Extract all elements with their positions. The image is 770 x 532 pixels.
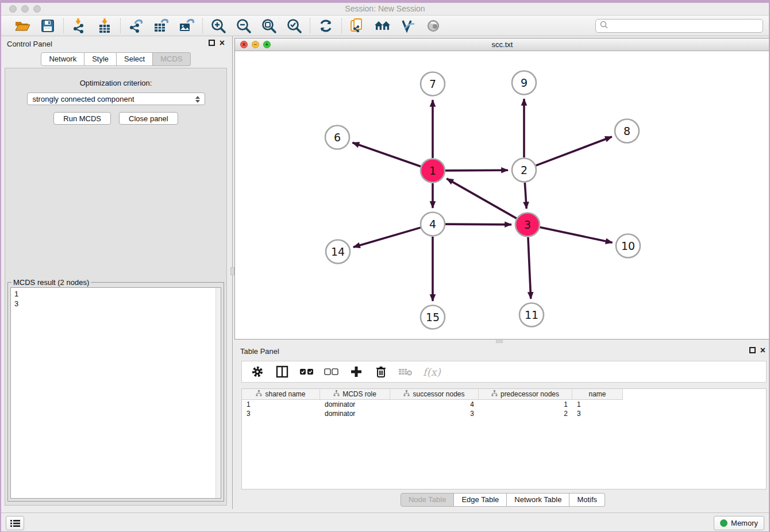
graph-edge-2-3[interactable]: [525, 183, 526, 209]
graph-node-8[interactable]: 8: [615, 119, 639, 143]
node-table[interactable]: shared nameMCDS rolesuccessor nodesprede…: [241, 388, 767, 489]
refresh-view-icon[interactable]: [317, 17, 335, 34]
table-row[interactable]: 1dominator411: [242, 400, 766, 409]
table-row[interactable]: 3dominator323: [242, 409, 766, 418]
float-panel-icon[interactable]: [749, 347, 756, 353]
graph-edge-3-10[interactable]: [540, 228, 613, 243]
network-window-titlebar[interactable]: × − + scc.txt: [235, 38, 769, 51]
save-session-icon[interactable]: [38, 17, 57, 34]
close-panel-icon[interactable]: ×: [220, 40, 225, 46]
table-cell[interactable]: 3: [572, 409, 623, 418]
svg-text:9: 9: [521, 76, 528, 89]
graph-node-14[interactable]: 14: [326, 240, 350, 264]
tab-network[interactable]: Network: [41, 52, 84, 66]
graph-node-6[interactable]: 6: [325, 126, 349, 149]
open-session-icon[interactable]: [13, 17, 32, 34]
mcds-result-group: MCDS result (2 nodes) 1 3: [7, 282, 224, 502]
memory-status-icon: [720, 519, 727, 527]
import-network-icon[interactable]: [70, 17, 88, 34]
graph-node-1[interactable]: 1: [421, 159, 445, 183]
clone-network-icon[interactable]: [348, 17, 367, 34]
tab-edge-table[interactable]: Edge Table: [454, 493, 507, 507]
home-layout-icon[interactable]: [374, 17, 392, 34]
graph-edge-1-6[interactable]: [352, 142, 421, 167]
table-cell[interactable]: 4: [390, 400, 479, 409]
horizontal-splitter[interactable]: [234, 340, 770, 344]
task-history-button[interactable]: [6, 516, 24, 530]
graph-node-11[interactable]: 11: [519, 303, 544, 327]
graph-node-2[interactable]: 2: [512, 159, 536, 182]
graph-node-4[interactable]: 4: [421, 213, 445, 236]
export-image-icon[interactable]: [178, 17, 196, 34]
table-cell[interactable]: 1: [242, 400, 320, 409]
graph-node-3[interactable]: 3: [515, 213, 540, 237]
deselect-all-icon[interactable]: [324, 364, 339, 380]
run-mcds-button[interactable]: Run MCDS: [53, 112, 111, 125]
svg-text:15: 15: [426, 311, 440, 323]
delete-table-icon[interactable]: [398, 364, 413, 380]
splitter-handle[interactable]: [230, 267, 234, 275]
import-table-icon[interactable]: [95, 17, 114, 34]
vertical-splitter[interactable]: [230, 36, 234, 509]
column-header[interactable]: predecessor nodes: [479, 389, 572, 400]
tab-network-table[interactable]: Network Table: [507, 493, 569, 507]
tab-style[interactable]: Style: [84, 52, 117, 66]
mcds-result-area[interactable]: 1 3: [10, 287, 221, 499]
svg-text:11: 11: [525, 309, 538, 321]
zoom-fit-icon[interactable]: [260, 17, 278, 34]
split-view-icon[interactable]: [275, 364, 290, 380]
mcds-panel-body: Optimization criterion: strongly connect…: [5, 68, 227, 506]
delete-row-icon[interactable]: [374, 364, 388, 380]
graph-edge-3-1[interactable]: [446, 179, 517, 218]
graph-node-7[interactable]: 7: [421, 72, 445, 96]
memory-button[interactable]: Memory: [714, 516, 764, 530]
table-cell[interactable]: dominator: [320, 409, 390, 418]
show-hide-icon[interactable]: [424, 17, 442, 34]
tab-motifs[interactable]: Motifs: [569, 493, 605, 507]
search-input[interactable]: [609, 21, 763, 31]
close-panel-icon[interactable]: ×: [760, 347, 765, 353]
graph-edge-1-2[interactable]: [445, 170, 508, 171]
close-panel-button[interactable]: Close panel: [119, 112, 178, 125]
table-cell[interactable]: dominator: [320, 400, 390, 409]
criterion-select-value: strongly connected component: [33, 95, 134, 103]
graph-node-9[interactable]: 9: [512, 71, 536, 95]
add-row-icon[interactable]: [349, 364, 364, 380]
tab-mcds[interactable]: MCDS: [153, 52, 190, 66]
table-cell[interactable]: 1: [572, 400, 623, 409]
splitter-handle[interactable]: [496, 340, 503, 343]
settings-icon[interactable]: [250, 364, 265, 380]
network-canvas[interactable]: 7968124314101511: [235, 51, 769, 339]
criterion-select[interactable]: strongly connected component: [27, 92, 205, 105]
graph-edge-4-3[interactable]: [445, 224, 511, 225]
select-all-icon[interactable]: [299, 364, 314, 380]
column-header[interactable]: name: [572, 389, 623, 400]
tab-select[interactable]: Select: [117, 52, 153, 66]
result-scrollbar[interactable]: [215, 288, 221, 498]
search-box[interactable]: [595, 19, 763, 33]
table-cell[interactable]: 3: [390, 409, 479, 418]
search-icon: [599, 20, 609, 32]
graph-edge-3-11[interactable]: [528, 237, 531, 299]
tab-node-table[interactable]: Node Table: [401, 493, 455, 507]
float-panel-icon[interactable]: [209, 40, 215, 46]
table-cell[interactable]: 3: [242, 409, 320, 418]
export-network-icon[interactable]: [127, 17, 145, 34]
column-header[interactable]: shared name: [242, 389, 320, 400]
zoom-out-icon[interactable]: [234, 17, 253, 34]
zoom-in-icon[interactable]: [209, 17, 228, 34]
graph-edge-2-8[interactable]: [536, 137, 612, 165]
zoom-selected-icon[interactable]: [285, 17, 303, 34]
column-header[interactable]: successor nodes: [390, 389, 479, 400]
function-builder-icon[interactable]: f(x): [423, 366, 441, 378]
graph-edge-4-14[interactable]: [353, 228, 421, 247]
table-cell[interactable]: 1: [479, 400, 572, 409]
svg-text:4: 4: [429, 218, 436, 230]
export-table-icon[interactable]: [152, 17, 171, 34]
table-panel: Table Panel × f(x) shared nameMCDS rol: [234, 344, 770, 509]
vizmapper-icon[interactable]: [399, 17, 417, 34]
graph-node-10[interactable]: 10: [616, 234, 640, 258]
graph-node-15[interactable]: 15: [421, 306, 445, 329]
table-cell[interactable]: 2: [479, 409, 572, 418]
column-header[interactable]: MCDS role: [320, 389, 390, 400]
